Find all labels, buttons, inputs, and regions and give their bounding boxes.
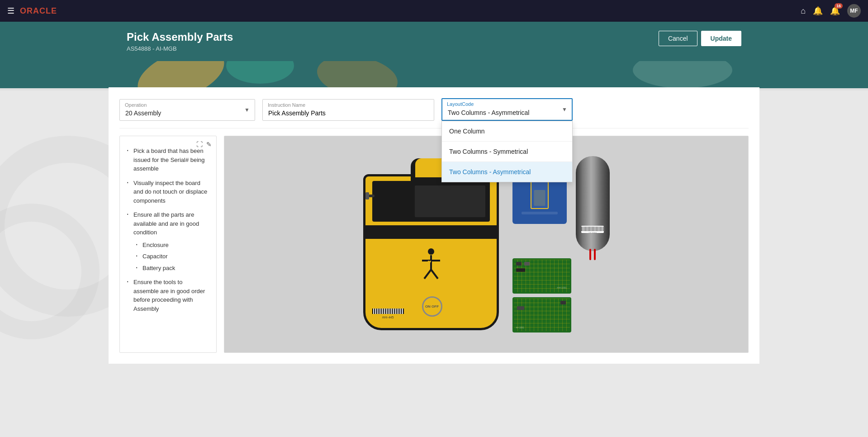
hamburger-icon[interactable]: ☰ (7, 6, 14, 16)
page-title-section: Pick Assembly Parts AS54888 - AI-MGB (127, 31, 233, 52)
dropdown-option-two-sym[interactable]: Two Columns - Symmetrical (442, 142, 572, 162)
svg-line-3 (424, 270, 431, 279)
instruction-input[interactable] (268, 109, 428, 117)
notification-badge: 16 (835, 3, 843, 9)
update-button[interactable]: Update (701, 31, 741, 46)
page-title: Pick Assembly Parts (127, 31, 233, 43)
aed-device: ♥ ###-445 (363, 158, 499, 330)
panels-container: ⛶ ✎ ▪ Pick a board that has been issued … (109, 128, 759, 364)
decorative-banner (0, 61, 868, 88)
list-item: ▪ Ensure all the parts are available and… (127, 209, 209, 238)
nav-right: ⌂ 🔔 🔔 16 MF (801, 4, 861, 18)
list-item: ▪ Capacitor (136, 251, 209, 262)
layout-dropdown: One Column Two Columns - Symmetrical Two… (441, 121, 573, 182)
user-avatar[interactable]: MF (847, 4, 861, 18)
top-nav: ☰ ORACLE ⌂ 🔔 🔔 16 MF (0, 0, 868, 22)
operation-field: Operation 20 Assembly ▼ (119, 99, 255, 121)
instruction-label: Instruction Name (268, 102, 305, 108)
list-item: ▪ Ensure the tools to assemble are in go… (127, 276, 209, 314)
list-item: ▪ Enclosure (136, 239, 209, 251)
circuit-boards: ###-1091 ##-1091 (512, 258, 610, 332)
cylinder: #2-3455 (576, 156, 610, 251)
instructions-list: ▪ Pick a board that has been issued for … (127, 145, 209, 314)
page-header: Pick Assembly Parts AS54888 - AI-MGB Can… (0, 22, 868, 61)
layout-dropdown-arrow[interactable]: ▼ (562, 106, 567, 113)
bell-icon[interactable]: 🔔 (813, 6, 823, 16)
header-actions: Cancel Update (659, 31, 741, 46)
layout-input[interactable]: LayoutCode Two Columns - Asymmetrical (441, 98, 573, 121)
home-icon[interactable]: ⌂ (801, 6, 806, 16)
dropdown-option-two-asym[interactable]: Two Columns - Asymmetrical (442, 162, 572, 182)
app-wrapper: ☰ ORACLE ⌂ 🔔 🔔 16 MF Pick Assembly Parts… (0, 0, 868, 437)
layout-value: Two Columns - Asymmetrical (448, 109, 529, 116)
operation-value: 20 Assembly (125, 109, 161, 117)
aed-figure: ♥ (417, 247, 445, 283)
accessories: HEART START MEDTRONIC (512, 156, 610, 332)
cancel-button[interactable]: Cancel (659, 31, 697, 46)
svg-point-0 (427, 248, 435, 255)
left-panel: ⛶ ✎ ▪ Pick a board that has been issued … (119, 136, 217, 353)
dropdown-option-one-column[interactable]: One Column (442, 121, 572, 142)
svg-text:♥: ♥ (427, 258, 431, 266)
instruction-field: Instruction Name (262, 99, 434, 121)
main-content: Operation 20 Assembly ▼ Instruction Name… (109, 87, 759, 364)
nav-left: ☰ ORACLE (7, 6, 57, 16)
svg-line-4 (431, 270, 438, 279)
list-item: ▪ Visually inspect the board and do not … (127, 177, 209, 207)
form-row: Operation 20 Assembly ▼ Instruction Name… (109, 87, 759, 128)
layout-label: LayoutCode (447, 101, 474, 107)
layout-field: LayoutCode Two Columns - Asymmetrical ▼ … (441, 98, 573, 121)
oracle-logo: ORACLE (20, 6, 57, 16)
page-subtitle: AS54888 - AI-MGB (127, 45, 233, 52)
sub-list: ▪ Enclosure ▪ Capacitor ▪ Battery pack (127, 239, 209, 274)
operation-dropdown-arrow[interactable]: ▼ (244, 107, 250, 113)
list-item: ▪ Pick a board that has been issued for … (127, 145, 209, 175)
notification-icon[interactable]: 🔔 16 (830, 6, 840, 16)
list-item: ▪ Battery pack (136, 262, 209, 274)
operation-label: Operation (125, 102, 147, 108)
